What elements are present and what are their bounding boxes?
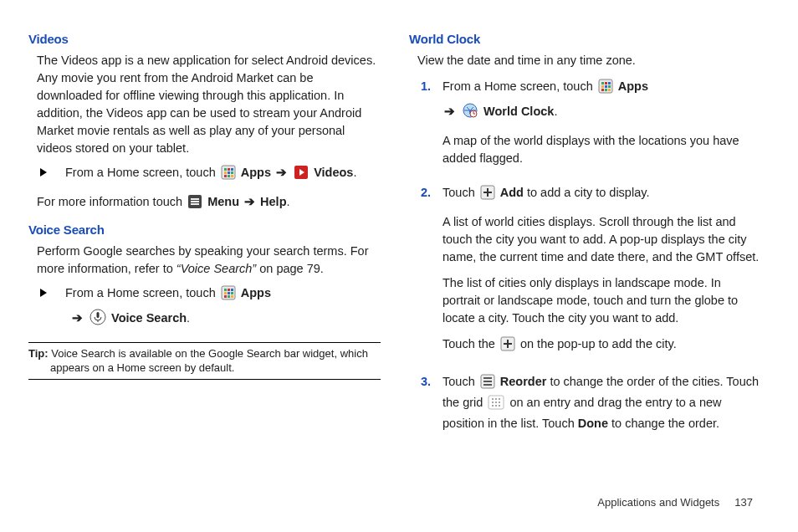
svg-point-56 [499,398,500,400]
videos-icon [294,165,309,185]
svg-rect-51 [483,381,492,382]
svg-rect-33 [601,85,604,88]
svg-point-62 [499,405,500,407]
drag-grid-icon [488,395,504,415]
videos-step: From a Home screen, touch Apps ➔ Videos. [40,164,381,185]
arrow-icon: ➔ [70,311,84,325]
menu-icon [187,194,202,214]
heading-voice-search: Voice Search [28,221,381,239]
svg-rect-32 [608,82,611,84]
text: to change the order. [608,417,719,430]
svg-point-60 [492,405,494,407]
svg-rect-19 [231,289,233,291]
svg-rect-21 [228,292,230,294]
svg-rect-34 [605,85,607,88]
step-1-line1: From a Home screen, touch Apps [442,78,761,99]
text: From a Home screen, touch [65,166,219,179]
plus-icon [500,336,515,356]
svg-point-58 [495,402,497,403]
svg-rect-31 [605,82,607,84]
heading-videos: Videos [28,30,381,49]
svg-rect-52 [483,384,492,386]
step-2-p4: Touch the on the pop-up to add the city. [442,335,761,356]
voice-step-text: From a Home screen, touch Apps [65,284,271,305]
apps-label: Apps [241,286,271,299]
period: . [353,166,356,179]
svg-rect-6 [231,171,233,174]
apps-grid-icon [221,285,236,305]
svg-point-61 [495,405,497,407]
step-3: 3. Touch Reorder to change the order of … [421,373,761,441]
svg-rect-25 [231,295,233,298]
page-footer: Applications and Widgets 137 [597,496,753,509]
step-2: 2. Touch Add to add a city to display. A… [421,184,761,365]
menu-label: Menu [207,195,239,208]
text: Touch the [442,337,499,350]
svg-point-57 [492,402,494,403]
svg-rect-7 [224,175,227,177]
videos-step-text: From a Home screen, touch Apps ➔ Videos. [65,164,356,185]
svg-rect-2 [228,168,230,171]
text: to add a city to display. [524,186,649,199]
arrow-icon: ➔ [274,166,289,179]
footer-page-number: 137 [734,496,753,509]
text: on the pop-up to add the city. [520,337,677,350]
videos-more-info: For more information touch Menu ➔ Help. [37,193,381,214]
svg-rect-27 [97,312,100,318]
cross-ref: “Voice Search” [176,262,256,275]
world-clock-icon [462,102,478,124]
text: Touch [442,375,478,388]
apps-grid-icon [598,79,613,99]
step-2-p3: The list of cities only displays in land… [442,274,761,327]
svg-rect-35 [608,85,611,88]
text: Touch [442,186,478,199]
svg-rect-20 [224,292,227,294]
text: From a Home screen, touch [65,286,219,299]
svg-rect-8 [228,175,230,177]
triangle-bullet-icon [40,289,47,297]
videos-label: Videos [314,166,353,179]
voice-search-icon [90,309,106,330]
add-label: Add [500,186,524,199]
voice-step: From a Home screen, touch Apps [40,284,381,305]
apps-grid-icon [221,165,236,185]
step-1-after: A map of the world displays with the loc… [442,132,761,167]
svg-rect-4 [224,171,227,174]
tip-label: Tip: [28,347,49,360]
world-intro: View the date and time in any time zone. [417,52,761,69]
triangle-bullet-icon [40,168,47,176]
svg-rect-15 [191,203,199,205]
svg-rect-37 [605,89,607,91]
svg-rect-18 [228,289,230,291]
voice-intro: Perform Google searches by speaking your… [37,243,381,278]
tip-text: Voice Search is available on the Google … [49,347,368,375]
step-number: 2. [421,184,442,202]
svg-rect-24 [228,295,230,298]
svg-rect-3 [231,168,233,171]
world-clock-label: World Clock [483,105,554,118]
apps-label: Apps [241,166,271,179]
step-1-line2: ➔ World Clock. [442,102,761,124]
svg-rect-50 [483,377,492,379]
step-number: 1. [421,78,442,95]
arrow-icon: ➔ [442,105,457,118]
arrow-icon: ➔ [243,195,257,208]
step-2-p2: A list of world cities displays. Scroll … [442,213,761,266]
svg-rect-14 [191,201,199,202]
step-number: 3. [421,373,442,391]
reorder-label: Reorder [500,375,547,388]
svg-point-54 [492,398,494,400]
left-column: Videos The Videos app is a new applicati… [37,27,381,441]
tip-block: Tip: Voice Search is available on the Go… [28,342,381,380]
svg-rect-9 [231,175,233,177]
step-3-text: Touch Reorder to change the order of the… [442,373,761,432]
svg-point-55 [495,398,497,400]
period: . [286,195,289,208]
voice-step-cont: ➔ Voice Search. [70,309,381,330]
right-column: World Clock View the date and time in an… [417,27,761,441]
plus-icon [480,185,495,205]
footer-section: Applications and Widgets [597,496,719,509]
svg-rect-17 [224,289,227,291]
voice-search-label: Voice Search [111,311,187,325]
svg-rect-36 [601,89,604,91]
